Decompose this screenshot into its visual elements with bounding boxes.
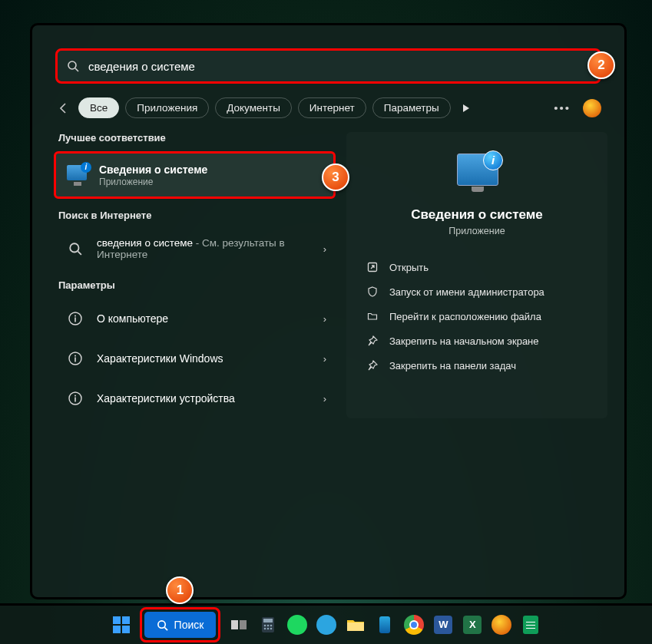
result-title: Сведения о системе (99, 163, 324, 176)
back-button[interactable] (55, 100, 72, 117)
search-icon (63, 236, 88, 261)
action-label: Закрепить на панели задач (389, 360, 516, 372)
app-icon[interactable] (374, 614, 396, 636)
word-icon[interactable]: W (432, 614, 454, 636)
result-windows-specs[interactable]: Характеристики Windows › (54, 339, 336, 378)
search-input[interactable] (87, 59, 590, 74)
result-device-specs[interactable]: Характеристики устройства › (54, 378, 336, 418)
svg-point-20 (264, 625, 266, 627)
filter-settings[interactable]: Параметры (372, 97, 451, 118)
filter-all[interactable]: Все (78, 97, 119, 118)
results-panel: Лучшее соответствие i Сведения о системе (54, 132, 336, 418)
result-web-search[interactable]: сведения о системе - См. результаты в Ин… (54, 229, 336, 269)
user-avatar[interactable] (583, 99, 601, 117)
more-filters-icon[interactable] (462, 104, 471, 113)
chevron-right-icon: › (323, 393, 326, 405)
ccleaner-icon[interactable] (491, 614, 512, 636)
annotation-badge-2: 2 (587, 51, 615, 79)
shield-icon (366, 286, 379, 298)
pin-icon (366, 359, 379, 372)
svg-point-11 (74, 395, 76, 397)
filter-apps[interactable]: Приложения (125, 97, 209, 118)
svg-rect-9 (74, 358, 76, 362)
svg-rect-17 (240, 620, 247, 629)
info-icon (63, 346, 88, 371)
sheets-icon[interactable] (520, 614, 541, 636)
svg-point-24 (267, 628, 270, 630)
svg-point-0 (68, 61, 76, 69)
svg-point-5 (74, 315, 76, 317)
info-icon (63, 306, 88, 331)
taskbar-search-callout: Поиск (140, 607, 221, 642)
svg-rect-12 (74, 398, 76, 402)
excel-icon[interactable]: X (462, 614, 483, 636)
start-button[interactable] (111, 614, 132, 636)
svg-point-21 (267, 625, 270, 627)
open-icon (366, 261, 379, 273)
preview-panel: i Сведения о системе Приложение Открыть … (346, 132, 607, 418)
annotation-badge-3: 3 (322, 163, 349, 191)
action-label: Закрепить на начальном экране (389, 335, 539, 347)
search-icon (67, 60, 79, 72)
chevron-right-icon: › (323, 243, 326, 255)
web-search-header: Поиск в Интернете (58, 210, 331, 221)
svg-point-23 (264, 628, 266, 630)
svg-point-8 (74, 355, 76, 357)
svg-point-2 (70, 243, 78, 252)
search-box[interactable] (55, 48, 601, 84)
result-sub: Приложение (99, 177, 324, 187)
svg-rect-16 (231, 620, 238, 629)
preview-title: Сведения о системе (346, 207, 607, 223)
action-label: Открыть (389, 262, 429, 273)
explorer-icon[interactable] (345, 614, 366, 636)
result-about-pc[interactable]: О компьютере › (54, 299, 336, 339)
system-info-icon: i (65, 163, 90, 187)
filter-web[interactable]: Интернет (298, 97, 366, 118)
annotation-badge-1: 1 (166, 576, 194, 604)
svg-line-15 (164, 627, 167, 630)
settings-header: Параметры (58, 279, 331, 291)
chrome-icon[interactable] (403, 614, 425, 636)
info-icon (63, 386, 88, 411)
svg-rect-6 (74, 318, 76, 322)
taskbar: Поиск 1 W X (0, 603, 652, 644)
action-label: Перейти к расположению файла (389, 311, 541, 322)
setting-label: Характеристики устройства (97, 392, 323, 405)
svg-rect-26 (347, 623, 364, 631)
filter-documents[interactable]: Документы (215, 97, 292, 118)
action-open[interactable]: Открыть (346, 255, 607, 279)
spotify-icon[interactable] (286, 614, 308, 636)
chevron-right-icon: › (323, 313, 326, 325)
taskview-icon[interactable] (228, 614, 250, 636)
action-open-location[interactable]: Перейти к расположению файла (346, 304, 607, 329)
calculator-icon[interactable] (257, 614, 279, 636)
taskbar-search-button[interactable]: Поиск (144, 612, 217, 638)
more-options-icon[interactable]: ••• (554, 101, 571, 114)
pin-icon (366, 335, 379, 347)
desktop: 2 Все Приложения Документы Интернет Пара… (0, 0, 652, 644)
taskbar-search-label: Поиск (174, 619, 204, 631)
best-match-header: Лучшее соответствие (58, 132, 331, 144)
action-pin-start[interactable]: Закрепить на начальном экране (346, 329, 607, 353)
preview-app-icon: i (452, 152, 501, 195)
filter-row: Все Приложения Документы Интернет Параме… (55, 97, 601, 118)
action-label: Запуск от имени администратора (389, 286, 544, 298)
svg-rect-19 (263, 619, 273, 623)
result-system-info[interactable]: i Сведения о системе Приложение (54, 151, 336, 199)
svg-point-22 (270, 625, 273, 627)
setting-label: О компьютере (97, 312, 323, 325)
web-item-query: сведения о системе (97, 237, 193, 249)
folder-icon (366, 310, 379, 322)
svg-point-25 (270, 628, 273, 630)
search-window: 2 Все Приложения Документы Интернет Пара… (30, 23, 627, 599)
preview-sub: Приложение (346, 226, 607, 236)
svg-line-3 (78, 251, 81, 255)
svg-point-14 (157, 620, 164, 627)
action-run-admin[interactable]: Запуск от имени администратора (346, 279, 607, 304)
svg-line-1 (75, 68, 78, 71)
chevron-right-icon: › (323, 353, 326, 365)
action-pin-taskbar[interactable]: Закрепить на панели задач (346, 353, 607, 378)
setting-label: Характеристики Windows (97, 352, 323, 365)
telegram-icon[interactable] (316, 614, 337, 636)
